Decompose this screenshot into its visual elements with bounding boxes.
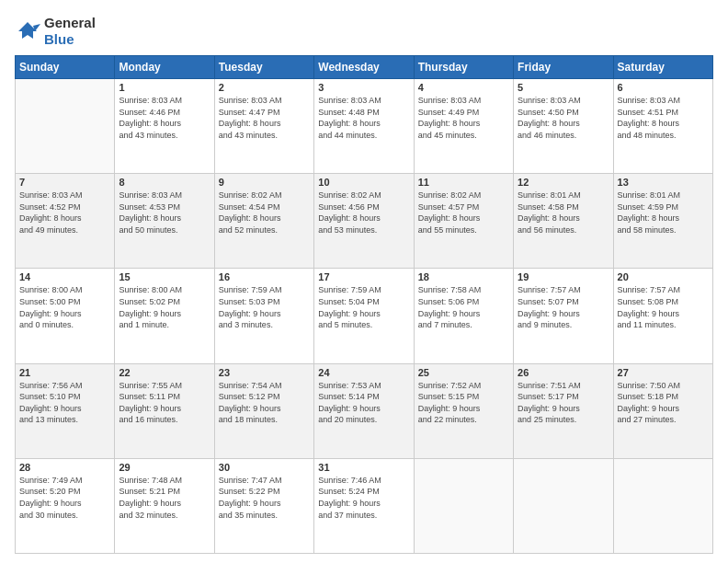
day-number: 25 <box>418 367 509 378</box>
calendar-day-cell: 14Sunrise: 8:00 AMSunset: 5:00 PMDayligh… <box>16 269 115 363</box>
calendar-week-row: 21Sunrise: 7:56 AMSunset: 5:10 PMDayligh… <box>16 363 713 458</box>
day-number: 22 <box>119 367 210 378</box>
day-number: 14 <box>19 271 110 282</box>
calendar-day-cell: 10Sunrise: 8:02 AMSunset: 4:56 PMDayligh… <box>314 174 414 269</box>
day-info: Sunrise: 7:58 AMSunset: 5:06 PMDaylight:… <box>418 284 509 330</box>
day-info: Sunrise: 7:59 AMSunset: 5:04 PMDaylight:… <box>318 284 409 330</box>
day-number: 20 <box>618 271 709 282</box>
day-number: 27 <box>618 367 709 378</box>
calendar-day-cell: 4Sunrise: 8:03 AMSunset: 4:49 PMDaylight… <box>414 79 513 174</box>
day-number: 30 <box>219 462 310 473</box>
day-number: 19 <box>518 271 609 282</box>
day-number: 1 <box>119 82 210 93</box>
day-info: Sunrise: 7:48 AMSunset: 5:21 PMDaylight:… <box>119 475 210 521</box>
calendar-day-cell: 24Sunrise: 7:53 AMSunset: 5:14 PMDayligh… <box>314 363 414 458</box>
day-info: Sunrise: 7:52 AMSunset: 5:15 PMDaylight:… <box>418 380 509 426</box>
day-info: Sunrise: 8:03 AMSunset: 4:46 PMDaylight:… <box>119 95 210 141</box>
calendar-day-cell: 9Sunrise: 8:02 AMSunset: 4:54 PMDaylight… <box>214 174 313 269</box>
day-info: Sunrise: 8:02 AMSunset: 4:57 PMDaylight:… <box>418 190 509 236</box>
calendar-day-cell: 30Sunrise: 7:47 AMSunset: 5:22 PMDayligh… <box>214 458 313 553</box>
day-info: Sunrise: 8:02 AMSunset: 4:56 PMDaylight:… <box>318 190 409 236</box>
calendar-day-cell: 5Sunrise: 8:03 AMSunset: 4:50 PMDaylight… <box>514 79 613 174</box>
day-number: 6 <box>618 82 709 93</box>
day-info: Sunrise: 8:03 AMSunset: 4:52 PMDaylight:… <box>19 190 110 236</box>
weekday-header-friday: Friday <box>514 56 613 79</box>
calendar-day-cell: 2Sunrise: 8:03 AMSunset: 4:47 PMDaylight… <box>214 79 313 174</box>
day-info: Sunrise: 7:54 AMSunset: 5:12 PMDaylight:… <box>219 380 310 426</box>
calendar: SundayMondayTuesdayWednesdayThursdayFrid… <box>15 55 713 554</box>
weekday-header-tuesday: Tuesday <box>214 56 313 79</box>
calendar-header: SundayMondayTuesdayWednesdayThursdayFrid… <box>16 56 713 79</box>
calendar-day-cell: 12Sunrise: 8:01 AMSunset: 4:58 PMDayligh… <box>514 174 613 269</box>
calendar-day-cell: 15Sunrise: 8:00 AMSunset: 5:02 PMDayligh… <box>115 269 214 363</box>
calendar-day-cell: 3Sunrise: 8:03 AMSunset: 4:48 PMDaylight… <box>314 79 414 174</box>
day-info: Sunrise: 7:51 AMSunset: 5:17 PMDaylight:… <box>518 380 609 426</box>
calendar-day-cell: 26Sunrise: 7:51 AMSunset: 5:17 PMDayligh… <box>514 363 613 458</box>
calendar-week-row: 7Sunrise: 8:03 AMSunset: 4:52 PMDaylight… <box>16 174 713 269</box>
day-number: 17 <box>318 271 409 282</box>
weekday-header-row: SundayMondayTuesdayWednesdayThursdayFrid… <box>16 56 713 79</box>
calendar-day-cell: 8Sunrise: 8:03 AMSunset: 4:53 PMDaylight… <box>115 174 214 269</box>
day-info: Sunrise: 7:59 AMSunset: 5:03 PMDaylight:… <box>219 284 310 330</box>
day-number: 21 <box>19 367 110 378</box>
calendar-day-cell: 27Sunrise: 7:50 AMSunset: 5:18 PMDayligh… <box>613 363 712 458</box>
calendar-day-cell <box>514 458 613 553</box>
calendar-day-cell: 25Sunrise: 7:52 AMSunset: 5:15 PMDayligh… <box>414 363 513 458</box>
day-info: Sunrise: 8:01 AMSunset: 4:58 PMDaylight:… <box>518 190 609 236</box>
day-info: Sunrise: 7:47 AMSunset: 5:22 PMDaylight:… <box>219 475 310 521</box>
day-number: 3 <box>318 82 409 93</box>
calendar-day-cell: 28Sunrise: 7:49 AMSunset: 5:20 PMDayligh… <box>16 458 115 553</box>
weekday-header-monday: Monday <box>115 56 214 79</box>
page: General Blue SundayMondayTuesdayWednesda… <box>0 0 728 563</box>
logo-icon <box>15 18 40 44</box>
calendar-week-row: 1Sunrise: 8:03 AMSunset: 4:46 PMDaylight… <box>16 79 713 174</box>
day-info: Sunrise: 7:55 AMSunset: 5:11 PMDaylight:… <box>119 380 210 426</box>
calendar-day-cell: 20Sunrise: 7:57 AMSunset: 5:08 PMDayligh… <box>613 269 712 363</box>
day-info: Sunrise: 8:03 AMSunset: 4:51 PMDaylight:… <box>618 95 709 141</box>
day-info: Sunrise: 8:00 AMSunset: 5:02 PMDaylight:… <box>119 284 210 330</box>
day-info: Sunrise: 7:57 AMSunset: 5:07 PMDaylight:… <box>518 284 609 330</box>
day-number: 13 <box>618 177 709 188</box>
day-info: Sunrise: 7:50 AMSunset: 5:18 PMDaylight:… <box>618 380 709 426</box>
calendar-day-cell: 6Sunrise: 8:03 AMSunset: 4:51 PMDaylight… <box>613 79 712 174</box>
day-number: 2 <box>219 82 310 93</box>
calendar-day-cell: 22Sunrise: 7:55 AMSunset: 5:11 PMDayligh… <box>115 363 214 458</box>
day-number: 4 <box>418 82 509 93</box>
day-number: 16 <box>219 271 310 282</box>
calendar-day-cell: 1Sunrise: 8:03 AMSunset: 4:46 PMDaylight… <box>115 79 214 174</box>
day-info: Sunrise: 8:01 AMSunset: 4:59 PMDaylight:… <box>618 190 709 236</box>
weekday-header-thursday: Thursday <box>414 56 513 79</box>
calendar-day-cell <box>414 458 513 553</box>
day-info: Sunrise: 7:53 AMSunset: 5:14 PMDaylight:… <box>318 380 409 426</box>
calendar-day-cell: 19Sunrise: 7:57 AMSunset: 5:07 PMDayligh… <box>514 269 613 363</box>
weekday-header-saturday: Saturday <box>613 56 712 79</box>
day-number: 5 <box>518 82 609 93</box>
calendar-day-cell: 23Sunrise: 7:54 AMSunset: 5:12 PMDayligh… <box>214 363 313 458</box>
day-number: 23 <box>219 367 310 378</box>
day-number: 24 <box>318 367 409 378</box>
logo: General Blue <box>15 15 96 48</box>
day-number: 15 <box>119 271 210 282</box>
day-number: 7 <box>19 177 110 188</box>
day-number: 9 <box>219 177 310 188</box>
day-number: 11 <box>418 177 509 188</box>
day-number: 31 <box>318 462 409 473</box>
calendar-day-cell <box>16 79 115 174</box>
day-number: 18 <box>418 271 509 282</box>
day-info: Sunrise: 7:57 AMSunset: 5:08 PMDaylight:… <box>618 284 709 330</box>
day-info: Sunrise: 7:49 AMSunset: 5:20 PMDaylight:… <box>19 475 110 521</box>
calendar-day-cell: 7Sunrise: 8:03 AMSunset: 4:52 PMDaylight… <box>16 174 115 269</box>
day-info: Sunrise: 8:02 AMSunset: 4:54 PMDaylight:… <box>219 190 310 236</box>
day-info: Sunrise: 7:56 AMSunset: 5:10 PMDaylight:… <box>19 380 110 426</box>
calendar-day-cell: 31Sunrise: 7:46 AMSunset: 5:24 PMDayligh… <box>314 458 414 553</box>
day-number: 12 <box>518 177 609 188</box>
calendar-day-cell: 18Sunrise: 7:58 AMSunset: 5:06 PMDayligh… <box>414 269 513 363</box>
day-info: Sunrise: 7:46 AMSunset: 5:24 PMDaylight:… <box>318 475 409 521</box>
calendar-day-cell: 29Sunrise: 7:48 AMSunset: 5:21 PMDayligh… <box>115 458 214 553</box>
calendar-day-cell: 17Sunrise: 7:59 AMSunset: 5:04 PMDayligh… <box>314 269 414 363</box>
logo-text: General Blue <box>44 15 96 48</box>
day-info: Sunrise: 8:03 AMSunset: 4:47 PMDaylight:… <box>219 95 310 141</box>
day-number: 26 <box>518 367 609 378</box>
weekday-header-sunday: Sunday <box>16 56 115 79</box>
day-number: 28 <box>19 462 110 473</box>
